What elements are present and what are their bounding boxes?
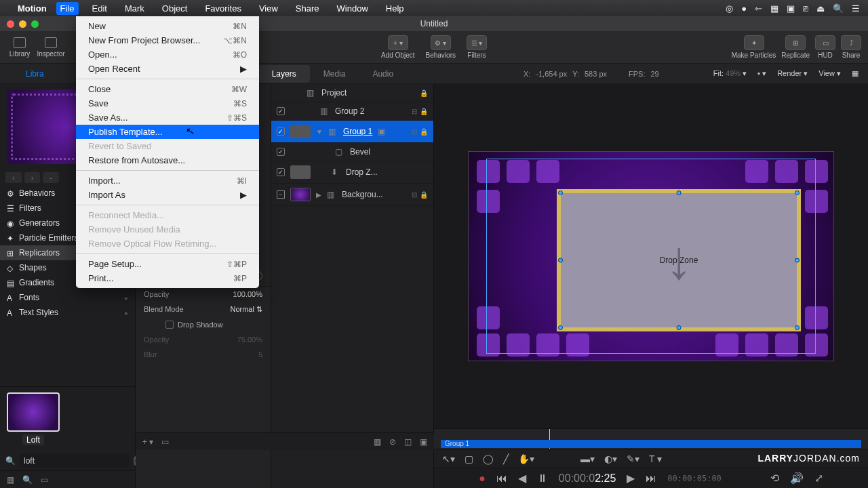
canvas[interactable]: Drop Zone ↓: [434, 84, 868, 428]
menu-file[interactable]: File: [56, 2, 79, 15]
fit-dropdown[interactable]: Fit: 49% ▾: [711, 69, 749, 78]
zoom-icon[interactable]: [31, 20, 39, 28]
link-icon[interactable]: ⊘: [389, 437, 396, 447]
audio-icon[interactable]: 🔊: [790, 472, 804, 485]
hud-button[interactable]: ▭HUD: [815, 35, 835, 59]
shape-tool-icon[interactable]: ▬▾: [580, 453, 595, 464]
menu-publish-template[interactable]: Publish Template...: [76, 125, 259, 139]
add-icon[interactable]: + ▾: [142, 437, 153, 447]
menu-help[interactable]: Help: [382, 2, 408, 15]
play-pause-icon[interactable]: ⏸: [537, 472, 548, 485]
menu-view[interactable]: View: [255, 2, 282, 15]
menu-save[interactable]: Save⌘S: [76, 96, 259, 110]
menu-close[interactable]: Close⌘W: [76, 82, 259, 96]
crop-icon[interactable]: ◫: [404, 437, 412, 447]
expand-icon[interactable]: ⤢: [814, 472, 823, 485]
layout-icon[interactable]: ▦: [849, 69, 861, 78]
mask-tool-icon[interactable]: ◐▾: [604, 453, 617, 464]
library-button[interactable]: Library: [4, 33, 35, 62]
lock-icon[interactable]: 🔒: [420, 89, 428, 97]
breadcrumb-item[interactable]: -: [43, 172, 59, 183]
lock-icon[interactable]: 🔒: [420, 191, 428, 199]
record-button[interactable]: ●: [479, 472, 486, 485]
list-view-icon[interactable]: ▭: [41, 475, 48, 485]
disclosure-icon[interactable]: ▼: [316, 128, 323, 136]
menu-favorites[interactable]: Favorites: [201, 2, 245, 15]
tab-layers[interactable]: Layers: [258, 65, 310, 83]
drop-zone[interactable]: Drop Zone ↓: [557, 189, 801, 331]
replicate-button[interactable]: ⊞Replicate: [781, 35, 810, 59]
status-icon[interactable]: ●: [741, 3, 747, 14]
search-input[interactable]: [20, 454, 130, 468]
search-icon[interactable]: 🔍: [833, 3, 844, 14]
menu-share[interactable]: Share: [292, 2, 323, 15]
layer-checkbox[interactable]: [277, 107, 285, 115]
hand-tool-icon[interactable]: ✋▾: [518, 453, 534, 464]
breadcrumb-fwd[interactable]: ›: [24, 172, 41, 183]
step-fwd-icon[interactable]: ▶: [627, 472, 635, 485]
menu-icon[interactable]: ☰: [852, 3, 860, 14]
menu-import[interactable]: Import...⌘I: [76, 174, 259, 188]
minimize-icon[interactable]: [19, 20, 26, 28]
menu-page-setup[interactable]: Page Setup...⇧⌘P: [76, 257, 259, 271]
grid-view-icon[interactable]: ▦: [7, 475, 14, 485]
menu-new[interactable]: New⌘N: [76, 19, 259, 33]
layer-dropzone[interactable]: ⬇ Drop Z...: [271, 161, 433, 184]
layer-group2[interactable]: ▥ Group 2 ⊟🔒: [271, 102, 433, 121]
tab-media[interactable]: Media: [310, 65, 359, 83]
drop-shadow-checkbox[interactable]: [165, 321, 174, 329]
share-button[interactable]: ⤴Share: [841, 35, 861, 59]
line-tool-icon[interactable]: ╱: [503, 453, 509, 464]
layer-background[interactable]: − ▶ ▥ Backgrou... ⊟🔒: [271, 184, 433, 206]
search-icon[interactable]: 🔍: [22, 475, 33, 485]
render-dropdown[interactable]: Render ▾: [774, 69, 810, 78]
menu-mark[interactable]: Mark: [121, 2, 149, 15]
cc-icon[interactable]: ◎: [726, 3, 733, 14]
menu-window[interactable]: Window: [333, 2, 372, 15]
frame-icon[interactable]: ▭: [161, 437, 169, 447]
eject-icon[interactable]: ⏏: [816, 3, 825, 14]
menu-save-as[interactable]: Save As...⇧⌘S: [76, 110, 259, 125]
layer-checkbox[interactable]: [277, 148, 285, 156]
go-end-icon[interactable]: ⏭: [646, 472, 656, 485]
lock-icon[interactable]: 🔒: [420, 128, 428, 136]
menu-object[interactable]: Object: [158, 2, 192, 15]
library-tab[interactable]: Libra: [0, 69, 44, 79]
cat-text-styles[interactable]: AText Styles▸: [0, 305, 135, 320]
color-dropdown[interactable]: ▪ ▾: [755, 69, 769, 78]
layer-checkbox[interactable]: [277, 127, 285, 136]
blend-value[interactable]: Normal ⇅: [230, 305, 262, 314]
text-tool-icon[interactable]: T ▾: [649, 453, 662, 464]
add-object-button[interactable]: + ▾Add Object: [381, 35, 414, 59]
mini-timeline[interactable]: Group 1: [434, 428, 868, 449]
layer-bevel[interactable]: ▢ Bevel: [271, 143, 433, 161]
grid-icon[interactable]: ▦: [374, 437, 381, 447]
asset-loft[interactable]: Loft: [5, 392, 61, 445]
menu-open[interactable]: Open...⌘O: [76, 47, 259, 62]
step-back-icon[interactable]: ◀: [518, 472, 526, 485]
breadcrumb-back[interactable]: ‹: [5, 172, 22, 183]
cat-fonts[interactable]: AFonts▸: [0, 290, 135, 305]
grid-icon[interactable]: ▦: [770, 3, 778, 14]
inspector-button[interactable]: Inspector: [35, 33, 66, 62]
layer-project[interactable]: ▥ Project 🔒: [271, 84, 433, 102]
opacity-value[interactable]: 100.00%: [233, 290, 262, 298]
menu-new-from-browser[interactable]: New From Project Browser...⌥⌘N: [76, 33, 259, 47]
go-start-icon[interactable]: ⏮: [496, 472, 507, 485]
timecode[interactable]: 00:00:02:25: [559, 472, 616, 485]
disclosure-icon[interactable]: ▶: [316, 191, 321, 199]
layer-group1[interactable]: ▼ ▥ Group 1 ▣ ⊟🔒: [271, 121, 433, 143]
rect-tool-icon[interactable]: ▢: [465, 453, 473, 464]
pointer-tool-icon[interactable]: ↖▾: [442, 453, 455, 464]
filters-button[interactable]: ☰ ▾Filters: [467, 35, 487, 59]
menu-print[interactable]: Print...⌘P: [76, 271, 259, 285]
dropbox-icon[interactable]: ⇽: [755, 3, 762, 14]
close-icon[interactable]: [7, 20, 14, 28]
frame2-icon[interactable]: ▣: [420, 437, 427, 447]
display-icon[interactable]: ⎚: [803, 3, 808, 14]
menu-restore-autosave[interactable]: Restore from Autosave...: [76, 153, 259, 167]
tab-audio[interactable]: Audio: [359, 65, 407, 83]
make-particles-button[interactable]: ✦Make Particles: [732, 35, 776, 59]
view-dropdown[interactable]: View ▾: [816, 69, 844, 78]
menu-open-recent[interactable]: Open Recent▶: [76, 62, 259, 76]
